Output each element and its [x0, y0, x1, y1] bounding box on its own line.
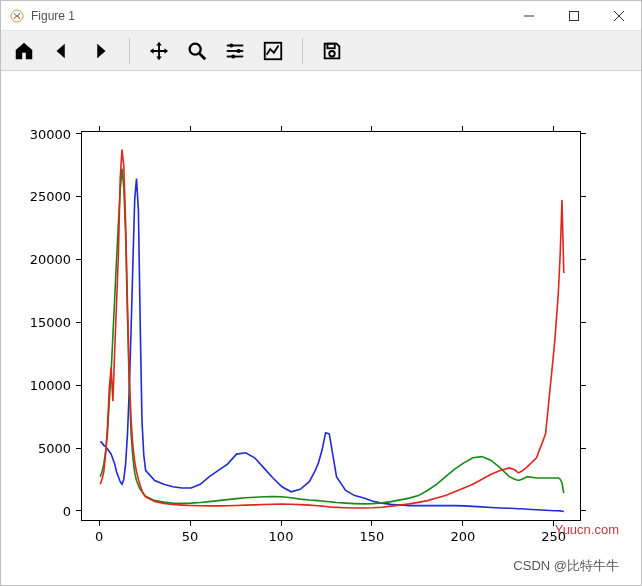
y-tick-label: 30000: [1, 126, 71, 141]
y-tick: [76, 133, 81, 134]
plot-axes: [81, 131, 581, 521]
configure-subplots-button[interactable]: [217, 34, 253, 68]
svg-rect-14: [327, 43, 334, 48]
y-tick: [581, 259, 586, 260]
y-tick: [76, 259, 81, 260]
x-tick-label: 0: [95, 529, 103, 544]
x-tick: [462, 126, 463, 131]
x-tick-label: 150: [359, 529, 384, 544]
x-tick-label: 100: [269, 529, 294, 544]
titlebar: Figure 1: [1, 1, 641, 31]
toolbar: [1, 31, 641, 71]
svg-point-5: [190, 43, 201, 54]
watermark-yuucn: Yuucn.com: [555, 522, 619, 537]
y-tick: [581, 385, 586, 386]
y-tick: [76, 322, 81, 323]
y-tick: [76, 196, 81, 197]
x-tick: [371, 521, 372, 526]
watermark-csdn: CSDN @比特牛牛: [513, 557, 619, 575]
svg-point-15: [329, 51, 335, 57]
pan-button[interactable]: [141, 34, 177, 68]
y-tick: [581, 322, 586, 323]
toolbar-separator: [302, 38, 303, 64]
y-tick: [581, 196, 586, 197]
app-icon: [9, 8, 25, 24]
forward-button[interactable]: [82, 34, 118, 68]
home-button[interactable]: [6, 34, 42, 68]
edit-axis-button[interactable]: [255, 34, 291, 68]
y-tick: [76, 448, 81, 449]
x-tick: [99, 521, 100, 526]
x-tick: [190, 126, 191, 131]
svg-point-8: [229, 43, 233, 47]
save-button[interactable]: [314, 34, 350, 68]
y-tick-label: 15000: [1, 315, 71, 330]
y-tick-label: 10000: [1, 378, 71, 393]
x-tick: [99, 126, 100, 131]
y-tick-label: 5000: [1, 441, 71, 456]
x-tick: [281, 521, 282, 526]
x-tick: [462, 521, 463, 526]
y-tick-label: 20000: [1, 252, 71, 267]
figure-window: Figure 1: [0, 0, 642, 586]
series-blue: [100, 179, 564, 512]
x-tick: [371, 126, 372, 131]
x-tick: [190, 521, 191, 526]
plot-canvas: 0500010000150002000025000300000501001502…: [1, 71, 641, 585]
svg-line-6: [200, 53, 206, 59]
y-tick: [76, 510, 81, 511]
y-tick: [581, 510, 586, 511]
y-tick: [581, 448, 586, 449]
y-tick: [76, 385, 81, 386]
back-button[interactable]: [44, 34, 80, 68]
svg-rect-2: [569, 11, 578, 20]
close-button[interactable]: [596, 1, 641, 31]
x-tick-label: 50: [182, 529, 199, 544]
zoom-button[interactable]: [179, 34, 215, 68]
svg-point-10: [237, 48, 241, 52]
y-tick-label: 25000: [1, 189, 71, 204]
x-tick: [281, 126, 282, 131]
svg-point-12: [231, 54, 235, 58]
y-tick: [581, 133, 586, 134]
y-tick-label: 0: [1, 503, 71, 518]
window-title: Figure 1: [31, 9, 75, 23]
x-tick-label: 200: [450, 529, 475, 544]
maximize-button[interactable]: [551, 1, 596, 31]
x-tick: [553, 126, 554, 131]
minimize-button[interactable]: [506, 1, 551, 31]
toolbar-separator: [129, 38, 130, 64]
